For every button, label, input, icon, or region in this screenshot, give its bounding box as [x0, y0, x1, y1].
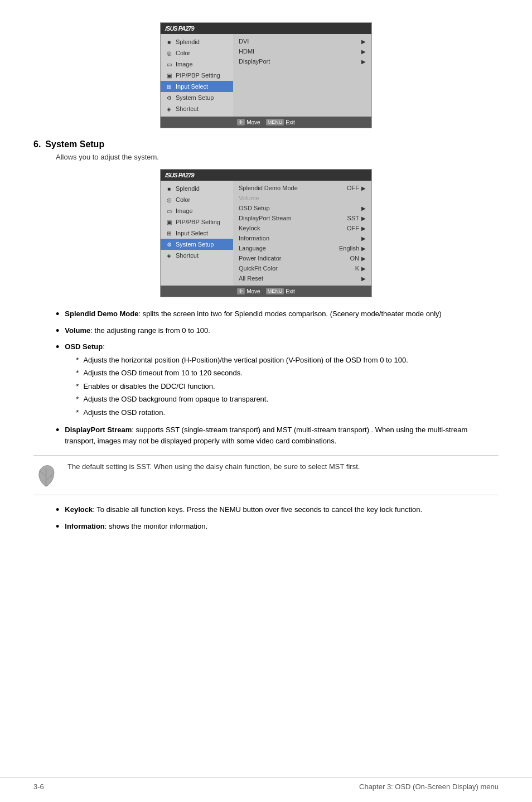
- osd-main-left-item-splendid: ■Splendid: [161, 183, 233, 194]
- bullet-term-4: DisplayPort Stream: [65, 426, 132, 434]
- bullet-dot-1: •: [56, 308, 59, 321]
- osd-main-left-item-pip/pbp-setting: ▣PIP/PBP Setting: [161, 216, 233, 228]
- sub-text-1: Adjusts the horizontal position (H-Posit…: [83, 355, 408, 366]
- osd-left-label: PIP/PBP Setting: [176, 72, 220, 79]
- sub-text-2: Adjusts the OSD timeout from 10 to 120 s…: [83, 368, 242, 379]
- osd-main-right-item-splendid-demo-mode: Splendid Demo ModeOFF▶: [233, 183, 371, 193]
- bullet-term-5: Keylock: [65, 505, 93, 514]
- osd-main-right-item-information: Information▶: [233, 233, 371, 243]
- footer-exit-label-main: Exit: [286, 288, 295, 294]
- osd-main-right-arrow: ▶: [361, 235, 366, 241]
- bullet-dot-6: •: [56, 521, 59, 533]
- osd-left-icon: ◈: [165, 105, 173, 113]
- osd-main-right-label: Language: [239, 245, 266, 252]
- osd-main-left-label: Splendid: [176, 185, 200, 192]
- osd-main-left-icon: ▣: [165, 218, 173, 226]
- note-box: The default setting is SST. When using t…: [33, 455, 499, 495]
- osd-left-label: Color: [176, 50, 190, 56]
- osd-main-right-item-all-reset: All Reset▶: [233, 273, 371, 283]
- sub-item-1: * Adjusts the horizontal position (H-Pos…: [76, 355, 408, 366]
- sub-dot-5: *: [76, 407, 79, 418]
- osd-title-bar-main: /SUS PA279: [161, 170, 371, 181]
- osd-main-left-item-input-select: ⊞Input Select: [161, 228, 233, 239]
- osd-right-arrow: ▶: [361, 59, 366, 65]
- menu-icon-top: MENU: [266, 119, 284, 125]
- osd-left-icon: ■: [165, 38, 173, 46]
- osd-main-right-label: All Reset: [239, 275, 263, 282]
- osd-main-right-arrow: ▶: [361, 245, 366, 252]
- osd-screenshot-top: /SUS PA279 ■Splendid◎Color▭Image▣PIP/PBP…: [33, 22, 499, 128]
- osd-left-item-input-select: ⊞Input Select: [161, 81, 233, 92]
- bullet-term-3: OSD Setup: [65, 342, 103, 351]
- bullet-osd-setup: • OSD Setup: * Adjusts the horizontal po…: [56, 341, 499, 420]
- osd-left-label: Image: [176, 61, 193, 67]
- sub-item-3: * Enables or disables the DDC/CI functio…: [76, 381, 408, 392]
- osd-right-item-hdmi: HDMI▶: [233, 46, 371, 56]
- bullet-text-5: Keylock: To disable all function keys. P…: [65, 504, 422, 516]
- section-description: Allows you to adjust the system.: [56, 153, 499, 161]
- footer-move-label-top: Move: [246, 119, 260, 125]
- bullet-keylock: • Keylock: To disable all function keys.…: [56, 504, 499, 516]
- osd-left-icon: ⊞: [165, 83, 173, 90]
- osd-main-right-label: QuickFit Color: [239, 265, 278, 272]
- osd-main-right-label: Information: [239, 235, 269, 241]
- section-number: 6.: [33, 139, 41, 149]
- osd-left-icon: ▭: [165, 60, 173, 68]
- bullet-text-4: DisplayPort Stream: supports SST (single…: [65, 424, 499, 446]
- sub-text-4: Adjusts the OSD background from opaque t…: [83, 394, 268, 405]
- osd-main-right-label: OSD Setup: [239, 205, 270, 211]
- footer-move-label-main: Move: [246, 288, 260, 294]
- osd-main-right-value: K: [355, 265, 359, 272]
- section-heading: 6. System Setup: [33, 139, 499, 149]
- osd-left-item-image: ▭Image: [161, 59, 233, 70]
- osd-main-left-label: PIP/PBP Setting: [176, 219, 220, 225]
- osd-box-main: /SUS PA279 ■Splendid◎Color▭Image▣PIP/PBP…: [160, 169, 372, 297]
- bullet-splendid-demo-mode: • Splendid Demo Mode: splits the screen …: [56, 308, 499, 321]
- chapter-label: Chapter 3: OSD (On-Screen Display) menu: [359, 782, 499, 791]
- page-content: /SUS PA279 ■Splendid◎Color▭Image▣PIP/PBP…: [0, 0, 532, 571]
- bullet-list: • Splendid Demo Mode: splits the screen …: [56, 308, 499, 446]
- bullet-dot-5: •: [56, 504, 59, 516]
- osd-main-left-icon: ◈: [165, 252, 173, 259]
- bullet-term-2: Volume: [65, 326, 90, 335]
- sub-item-5: * Adjusts the OSD rotation.: [76, 407, 408, 418]
- osd-main-right-item-quickfit-color: QuickFit ColorK▶: [233, 263, 371, 273]
- note-leaf-icon: [33, 461, 59, 489]
- osd-left-item-system-setup: ⚙System Setup: [161, 92, 233, 103]
- osd-main-right-arrow: ▶: [361, 265, 366, 272]
- osd-right-main: Splendid Demo ModeOFF▶VolumeOSD Setup▶Di…: [233, 181, 371, 286]
- bullet-dot-2: •: [56, 325, 59, 337]
- sub-item-4: * Adjusts the OSD background from opaque…: [76, 394, 408, 405]
- section-title: System Setup: [45, 139, 104, 149]
- osd-content-main: ■Splendid◎Color▭Image▣PIP/PBP Setting⊞In…: [161, 181, 371, 286]
- osd-box-top: /SUS PA279 ■Splendid◎Color▭Image▣PIP/PBP…: [160, 22, 372, 128]
- bullet-desc-5: : To disable all function keys. Press th…: [93, 505, 422, 514]
- bullet-term-1: Splendid Demo Mode: [65, 310, 138, 318]
- osd-main-right-item-displayport-stream: DisplayPort StreamSST▶: [233, 213, 371, 223]
- osd-main-right-arrow: ▶: [361, 276, 366, 282]
- bullet-displayport-stream: • DisplayPort Stream: supports SST (sing…: [56, 424, 499, 446]
- page-number: 3-6: [33, 782, 44, 791]
- sub-text-3: Enables or disables the DDC/CI function.: [83, 381, 215, 392]
- sub-dot-2: *: [76, 368, 79, 379]
- osd-main-right-arrow: ▶: [361, 225, 366, 231]
- osd-main-right-arrow: ▶: [361, 205, 366, 211]
- osd-main-right-item-volume: Volume: [233, 193, 371, 203]
- osd-main-left-label: Input Select: [176, 230, 208, 236]
- osd-main-left-label: Color: [176, 196, 190, 203]
- osd-main-right-value: OFF: [347, 225, 359, 231]
- bullet-text-2: Volume: the adjusting range is from 0 to…: [65, 325, 210, 337]
- bullet-desc-3: :: [103, 342, 105, 351]
- osd-footer-main: ✛ Move MENU Exit: [161, 286, 371, 297]
- osd-main-left-item-image: ▭Image: [161, 205, 233, 216]
- menu-icon-main: MENU: [266, 288, 284, 294]
- osd-left-label: Input Select: [176, 83, 208, 90]
- osd-main-left-icon: ▭: [165, 207, 173, 215]
- osd-left-icon: ⚙: [165, 94, 173, 102]
- sub-dot-1: *: [76, 355, 79, 366]
- osd-main-right-value: SST: [347, 215, 359, 221]
- osd-main-left-item-system-setup: ⚙System Setup: [161, 239, 233, 250]
- osd-main-left-item-shortcut: ◈Shortcut: [161, 250, 233, 261]
- osd-main-right-item-power-indicator: Power IndicatorON▶: [233, 253, 371, 263]
- move-icon-top: ✛: [237, 119, 245, 125]
